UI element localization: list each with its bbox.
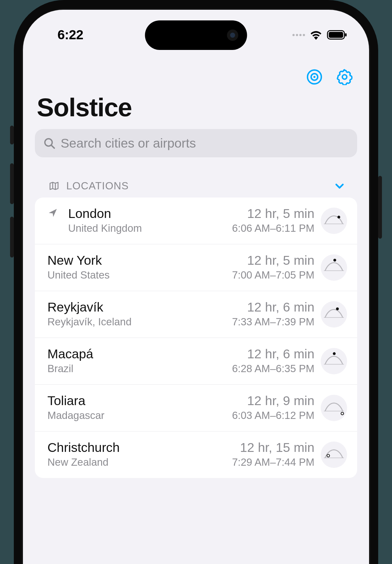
city-name: Reykjavík	[47, 300, 226, 315]
sun-curve-icon	[321, 348, 347, 374]
section-header-locations[interactable]: LOCATIONS	[35, 180, 357, 198]
battery-icon	[327, 30, 347, 40]
location-row[interactable]: MacapáBrazil12 hr, 6 min6:28 AM–6:35 PM	[35, 338, 357, 384]
location-row[interactable]: ToliaraMadagascar12 hr, 9 min6:03 AM–6:1…	[35, 384, 357, 431]
city-name: Macapá	[47, 347, 226, 361]
section-header-label: LOCATIONS	[66, 180, 334, 192]
view-mode-button[interactable]	[306, 69, 323, 85]
sunrise-sunset-range: 6:03 AM–6:12 PM	[232, 409, 314, 422]
sun-curve-icon	[321, 442, 347, 468]
svg-rect-1	[329, 32, 343, 38]
sunrise-sunset-range: 7:29 AM–7:44 PM	[232, 456, 314, 469]
region-name: Reykjavík, Iceland	[47, 315, 226, 329]
svg-point-16	[333, 352, 336, 355]
nav-bar	[35, 63, 357, 88]
location-row[interactable]: New YorkUnited States12 hr, 5 min7:00 AM…	[35, 244, 357, 291]
cellular-icon	[292, 34, 305, 36]
city-name: Christchurch	[47, 440, 226, 455]
sun-curve-icon	[321, 208, 347, 234]
daylight-duration: 12 hr, 15 min	[232, 440, 314, 455]
screen: 6:22	[23, 10, 369, 564]
svg-point-12	[333, 259, 336, 262]
svg-rect-2	[345, 33, 347, 36]
page-title: Solstice	[35, 88, 357, 129]
chevron-down-icon[interactable]	[334, 180, 345, 192]
wifi-icon	[309, 30, 323, 40]
svg-point-6	[342, 75, 347, 79]
location-row[interactable]: ChristchurchNew Zealand12 hr, 15 min7:29…	[35, 431, 357, 478]
sunrise-sunset-range: 6:06 AM–6:11 PM	[232, 222, 314, 235]
eye-icon	[306, 69, 323, 85]
current-location-icon	[47, 206, 62, 220]
svg-point-14	[336, 307, 339, 310]
device-frame: 6:22	[14, 0, 378, 564]
search-field[interactable]	[35, 129, 357, 157]
dynamic-island	[145, 20, 247, 50]
sunrise-sunset-range: 6:28 AM–6:35 PM	[232, 362, 314, 376]
city-name: New York	[47, 253, 226, 268]
svg-line-8	[52, 145, 54, 148]
region-name: Brazil	[47, 362, 226, 376]
daylight-duration: 12 hr, 5 min	[232, 206, 314, 221]
daylight-duration: 12 hr, 6 min	[232, 300, 314, 315]
side-button	[378, 176, 382, 239]
city-name: Toliara	[47, 393, 226, 408]
gear-icon	[336, 69, 353, 85]
daylight-duration: 12 hr, 5 min	[232, 253, 314, 268]
sunrise-sunset-range: 7:00 AM–7:05 PM	[232, 268, 314, 282]
region-name: United Kingdom	[68, 222, 226, 235]
status-time: 6:22	[57, 27, 83, 42]
sun-curve-icon	[321, 254, 347, 281]
location-row[interactable]: LondonUnited Kingdom12 hr, 5 min6:06 AM–…	[35, 198, 357, 244]
location-row[interactable]: ReykjavíkReykjavík, Iceland12 hr, 6 min7…	[35, 291, 357, 338]
svg-point-5	[313, 76, 315, 78]
map-icon	[49, 181, 59, 191]
region-name: New Zealand	[47, 456, 226, 469]
sun-curve-icon	[321, 301, 347, 328]
search-input[interactable]	[61, 136, 349, 151]
sun-curve-icon	[321, 395, 347, 421]
region-name: Madagascar	[47, 409, 226, 422]
svg-point-20	[327, 454, 329, 457]
search-icon	[43, 137, 56, 149]
front-camera	[227, 30, 238, 41]
city-name: London	[68, 206, 226, 221]
daylight-duration: 12 hr, 9 min	[232, 393, 314, 408]
daylight-duration: 12 hr, 6 min	[232, 347, 314, 361]
silent-switch	[10, 126, 14, 144]
svg-point-10	[337, 216, 340, 219]
sunrise-sunset-range: 7:33 AM–7:39 PM	[232, 315, 314, 329]
svg-point-18	[341, 412, 344, 415]
volume-down-button	[10, 217, 14, 258]
locations-list: LondonUnited Kingdom12 hr, 5 min6:06 AM–…	[35, 198, 357, 478]
region-name: United States	[47, 268, 226, 282]
settings-button[interactable]	[336, 69, 353, 85]
volume-up-button	[10, 163, 14, 204]
